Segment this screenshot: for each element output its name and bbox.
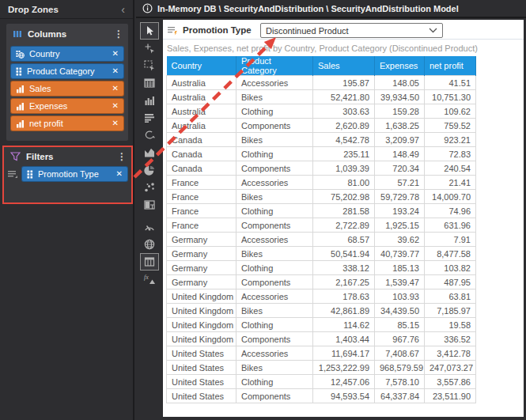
field-pill-sales[interactable]: Sales✕: [10, 81, 124, 96]
cell-text: Bikes: [237, 304, 313, 318]
filter-list-handle-icon[interactable]: [7, 169, 18, 179]
cell-text: Clothing: [237, 204, 313, 218]
area-chart-button[interactable]: [140, 144, 159, 161]
table-row[interactable]: GermanyComponents2,167.251,539.47487.95: [167, 275, 476, 289]
cell-number: 103.82: [425, 261, 476, 275]
table-row[interactable]: CanadaBikes4,542.783,209.97923.21: [167, 133, 476, 147]
table-row[interactable]: United KingdomBikes42,861.8934,439.507,1…: [167, 304, 476, 318]
table-row[interactable]: AustraliaComponents2,620.891,638.25759.5…: [167, 119, 476, 133]
cell-text: Bikes: [237, 247, 313, 261]
table-row[interactable]: United KingdomAccessories178.63103.9363.…: [167, 289, 476, 304]
table-row[interactable]: United StatesComponents94,593.5464,337.8…: [167, 389, 476, 403]
grid-column-header-country[interactable]: Country: [167, 56, 237, 76]
field-pill-country[interactable]: Country✕: [10, 46, 124, 62]
field-pill-product-category[interactable]: Product Category✕: [10, 63, 124, 79]
field-pill-expenses[interactable]: Expenses✕: [10, 98, 124, 114]
grid-column-header-expenses[interactable]: Expenses: [375, 56, 425, 76]
table-row[interactable]: AustraliaBikes52,421.8039,934.5010,751.3…: [167, 90, 476, 104]
remove-field-button[interactable]: ✕: [113, 170, 123, 178]
cell-number: 240.54: [425, 161, 476, 176]
remove-field-button[interactable]: ✕: [109, 119, 119, 127]
cell-number: 64,337.84: [375, 389, 425, 403]
cell-text: United States: [167, 375, 237, 389]
table-row[interactable]: United KingdomClothing114.6285.1519.58: [167, 318, 476, 332]
cell-number: 923.21: [425, 133, 476, 147]
cell-number: 195.87: [313, 76, 375, 90]
globe-grid-icon: [16, 50, 25, 59]
columns-menu-button[interactable]: ⋮: [114, 32, 122, 37]
promotion-type-dropdown[interactable]: Discontinued Product: [260, 23, 443, 38]
table-row[interactable]: CanadaClothing235.11148.4972.83: [167, 147, 476, 161]
table-row[interactable]: FranceAccessories81.0057.2121.41: [167, 176, 476, 190]
table-row[interactable]: United StatesClothing12,457.067,578.103,…: [167, 375, 476, 389]
field-pill-promotion-type[interactable]: Promotion Type✕: [21, 166, 128, 182]
cell-text: Accessories: [237, 233, 313, 247]
table-row[interactable]: GermanyAccessories68.5739.627.91: [167, 233, 476, 247]
field-pill-net-profit[interactable]: net profit✕: [10, 115, 124, 131]
cell-text: Clothing: [237, 104, 313, 119]
scatter-chart-button[interactable]: [140, 179, 159, 196]
table-row[interactable]: United KingdomComponents1,403.44967.7633…: [167, 332, 476, 346]
cell-text: United Kingdom: [167, 318, 237, 332]
cell-number: 8,477.58: [425, 247, 476, 261]
drop-zones-title: Drop Zones: [8, 5, 121, 14]
pie-chart-button[interactable]: [140, 161, 159, 179]
cell-number: 235.11: [313, 147, 375, 161]
marquee-select-tool[interactable]: [140, 57, 159, 74]
pointer-tool[interactable]: [140, 22, 159, 40]
remove-field-button[interactable]: ✕: [109, 102, 119, 110]
filters-drop-zone-highlighted: Filters ⋮ Promotion Type✕: [2, 146, 133, 204]
bar-chart-button[interactable]: [140, 109, 159, 127]
cell-number: 281.58: [313, 204, 375, 218]
cell-number: 7,185.97: [425, 304, 476, 318]
cell-text: Accessories: [237, 176, 313, 190]
filters-section-header: Filters ⋮: [4, 147, 131, 166]
table-row[interactable]: United StatesBikes1,253,222.99968,579.59…: [167, 361, 476, 375]
cell-text: Components: [237, 275, 313, 289]
table-row[interactable]: FranceClothing281.58193.2474.96: [167, 204, 476, 218]
grid-column-header-product-category[interactable]: Product Category: [237, 56, 313, 76]
info-icon[interactable]: [142, 3, 153, 13]
cell-text: Australia: [167, 119, 237, 133]
collapse-sidebar-icon[interactable]: ‹: [121, 4, 125, 15]
cell-text: Components: [237, 332, 313, 346]
table-row[interactable]: United StatesAccessories11,694.177,408.6…: [167, 346, 476, 361]
cell-number: 1,403.44: [313, 332, 375, 346]
cell-number: 11,694.17: [313, 346, 375, 361]
filters-menu-button[interactable]: ⋮: [117, 154, 125, 160]
lasso-chart-button[interactable]: [140, 127, 159, 144]
cell-number: 57.21: [375, 176, 425, 190]
cell-number: 487.95: [425, 275, 476, 289]
cell-text: Clothing: [237, 147, 313, 161]
cell-number: 68.57: [313, 233, 375, 247]
pivot-grid-button[interactable]: [140, 74, 159, 92]
grid-column-header-sales[interactable]: Sales: [313, 56, 375, 76]
grid-button[interactable]: [140, 253, 159, 271]
table-row[interactable]: FranceBikes75,202.9859,729.7814,009.70: [167, 190, 476, 204]
table-row[interactable]: GermanyClothing338.12185.13103.82: [167, 261, 476, 275]
svg-text:fx: fx: [144, 274, 149, 281]
table-row[interactable]: FranceComponents2,722.891,925.15631.96: [167, 218, 476, 233]
table-row[interactable]: AustraliaAccessories195.87148.0541.51: [167, 76, 476, 90]
cell-text: France: [167, 176, 237, 190]
advanced-chart-button[interactable]: fx: [140, 271, 159, 288]
mini-bars-icon: [16, 102, 25, 111]
column-chart-button[interactable]: [140, 92, 159, 109]
cell-number: 7,408.67: [375, 346, 425, 361]
table-row[interactable]: GermanyBikes50,541.9440,739.778,477.58: [167, 247, 476, 261]
cell-text: France: [167, 218, 237, 233]
grid-column-header-net-profit[interactable]: net profit: [425, 56, 476, 76]
mini-bars-icon: [16, 85, 25, 93]
map-button[interactable]: [140, 236, 159, 253]
treemap-button[interactable]: [140, 196, 159, 214]
gauge-button[interactable]: [140, 218, 159, 236]
add-pointer-tool[interactable]: [140, 40, 159, 57]
remove-field-button[interactable]: ✕: [109, 85, 119, 93]
model-path-header: In-Memory DB \ SecurityAndDistribution \…: [136, 0, 526, 18]
remove-field-button[interactable]: ✕: [109, 50, 119, 58]
table-row[interactable]: CanadaComponents1,039.39720.34240.54: [167, 161, 476, 176]
cell-text: United States: [167, 361, 237, 375]
table-row[interactable]: AustraliaClothing303.63159.28109.62: [167, 104, 476, 119]
remove-field-button[interactable]: ✕: [109, 67, 119, 75]
report-title: Sales, Expenses, net profit by Country, …: [167, 44, 524, 53]
